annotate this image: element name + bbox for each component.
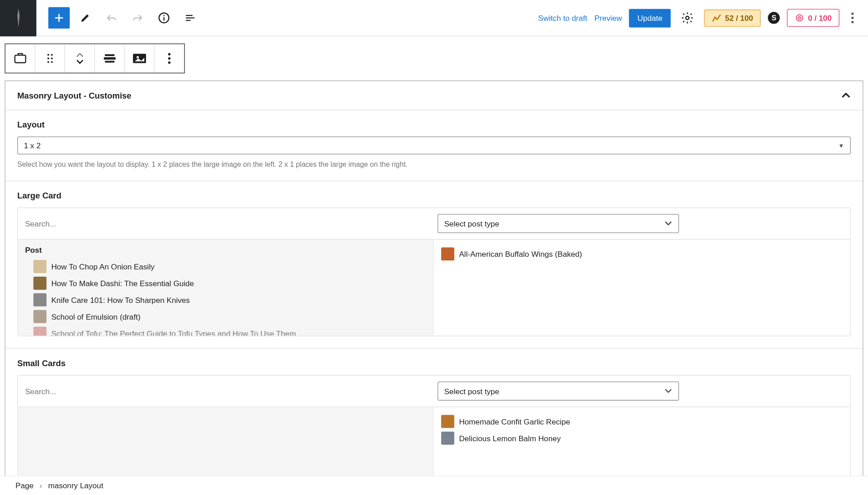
list-item[interactable]: Knife Care 101: How To Sharpen Knives — [25, 292, 426, 308]
svg-point-9 — [51, 57, 52, 59]
small-cards-label: Small Cards — [17, 358, 851, 368]
list-item[interactable]: School of Tofu: The Perfect Guide to Tof… — [25, 325, 426, 336]
seo-score-text: 52 / 100 — [725, 14, 753, 23]
chevron-down-icon: ▼ — [838, 142, 844, 149]
svg-point-16 — [136, 56, 138, 58]
layout-select[interactable]: 1 x 2 ▼ — [17, 137, 851, 155]
layout-help-text: Select how you want the layout to displa… — [17, 160, 851, 169]
wide-align-icon[interactable] — [125, 44, 155, 73]
seo-score-badge[interactable]: 52 / 100 — [704, 9, 761, 26]
post-type-value: Select post type — [444, 387, 499, 396]
undo-icon[interactable] — [101, 7, 122, 28]
svg-rect-12 — [104, 54, 114, 56]
preview-link[interactable]: Preview — [594, 14, 622, 23]
svg-point-2 — [686, 16, 689, 19]
readability-score-badge[interactable]: 0 / 100 — [787, 9, 840, 27]
svg-point-10 — [47, 61, 49, 63]
small-cards-search-input[interactable] — [25, 387, 430, 396]
panel-title: Masonry Layout - Customise — [17, 90, 131, 100]
settings-icon[interactable] — [678, 8, 697, 27]
post-type-value: Select post type — [444, 219, 499, 228]
svg-point-11 — [51, 61, 52, 63]
align-icon[interactable] — [95, 44, 125, 73]
large-card-search-input[interactable] — [25, 219, 430, 228]
breadcrumb-current: masonry Layout — [48, 481, 103, 490]
post-group-label: Post — [25, 245, 426, 255]
move-up-icon[interactable] — [76, 44, 83, 59]
move-down-icon[interactable] — [76, 58, 83, 73]
svg-point-7 — [51, 54, 52, 56]
panel-header[interactable]: Masonry Layout - Customise — [5, 81, 863, 110]
selected-item[interactable]: All-American Buffalo Wings (Baked) — [441, 245, 843, 262]
list-item[interactable]: How To Chop An Onion Easily — [25, 258, 426, 275]
drag-handle-icon[interactable] — [35, 44, 65, 73]
switch-to-draft-link[interactable]: Switch to draft — [538, 14, 587, 23]
chevron-down-icon — [664, 389, 672, 394]
readability-score-text: 0 / 100 — [808, 14, 831, 23]
breadcrumb: Page › masonry Layout — [0, 476, 868, 495]
breadcrumb-root[interactable]: Page — [15, 481, 33, 490]
svg-rect-13 — [104, 57, 115, 60]
redo-icon[interactable] — [127, 7, 148, 28]
list-item[interactable]: How To Make Dashi: The Essential Guide — [25, 275, 426, 292]
update-button[interactable]: Update — [629, 9, 671, 27]
block-type-icon[interactable] — [5, 44, 35, 73]
chevron-up-icon — [841, 92, 851, 98]
site-logo[interactable] — [0, 0, 36, 36]
layout-label: Layout — [17, 120, 851, 129]
svg-rect-5 — [14, 55, 25, 63]
info-icon[interactable] — [153, 7, 175, 28]
svg-point-3 — [797, 15, 803, 21]
selected-item[interactable]: Homemade Confit Garlic Recipe — [441, 413, 843, 430]
list-item[interactable]: School of Emulsion (draft) — [25, 308, 426, 325]
add-block-button[interactable] — [48, 7, 70, 28]
small-cards-post-type-select[interactable]: Select post type — [438, 382, 679, 401]
edit-icon[interactable] — [75, 7, 96, 28]
large-card-label: Large Card — [17, 191, 851, 200]
svg-point-6 — [47, 54, 49, 56]
large-card-post-type-select[interactable]: Select post type — [438, 214, 679, 233]
layout-select-value: 1 x 2 — [24, 141, 41, 150]
svg-point-4 — [798, 17, 801, 19]
move-arrows — [65, 44, 95, 73]
chevron-down-icon — [664, 221, 672, 226]
block-more-icon[interactable] — [155, 44, 184, 73]
more-options-icon[interactable] — [847, 8, 859, 28]
svg-rect-14 — [104, 61, 114, 63]
svg-point-8 — [47, 57, 49, 59]
selected-item[interactable]: Delicious Lemon Balm Honey — [441, 430, 843, 447]
outline-icon[interactable] — [179, 7, 201, 28]
block-toolbar — [5, 43, 185, 73]
breadcrumb-separator-icon: › — [40, 481, 42, 490]
svg-point-1 — [163, 15, 165, 16]
s-badge-icon[interactable]: S — [768, 12, 780, 24]
